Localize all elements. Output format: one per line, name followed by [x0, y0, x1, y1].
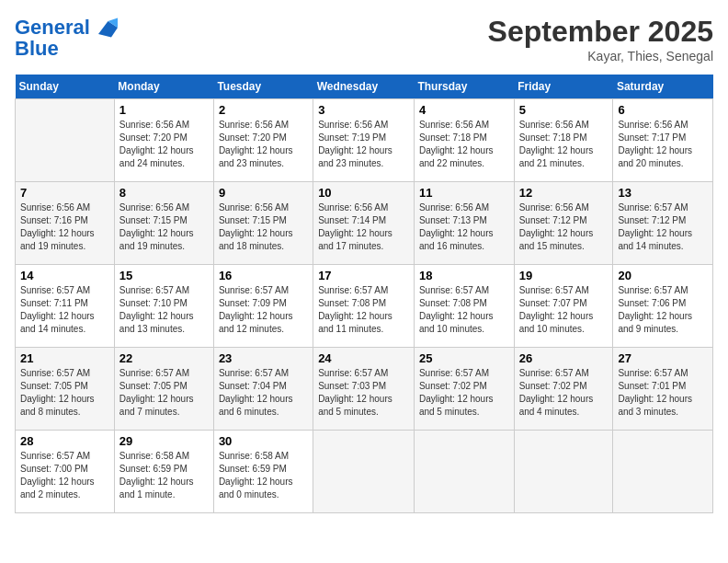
calendar-cell — [414, 431, 514, 513]
day-info: Sunrise: 6:56 AM Sunset: 7:12 PM Dayligh… — [519, 201, 609, 253]
location: Kayar, Thies, Senegal — [488, 49, 713, 63]
day-info: Sunrise: 6:57 AM Sunset: 7:12 PM Dayligh… — [618, 201, 708, 253]
day-number: 16 — [219, 269, 308, 282]
day-info: Sunrise: 6:58 AM Sunset: 6:59 PM Dayligh… — [219, 450, 308, 501]
day-number: 23 — [219, 351, 308, 365]
day-info: Sunrise: 6:56 AM Sunset: 7:15 PM Dayligh… — [119, 201, 209, 253]
logo: General Blue — [15, 15, 118, 61]
calendar-cell: 20Sunrise: 6:57 AM Sunset: 7:06 PM Dayli… — [613, 265, 713, 348]
day-info: Sunrise: 6:56 AM Sunset: 7:17 PM Dayligh… — [618, 119, 708, 170]
day-info: Sunrise: 6:57 AM Sunset: 7:06 PM Dayligh… — [618, 284, 708, 336]
day-number: 14 — [20, 269, 109, 282]
day-number: 5 — [519, 103, 609, 117]
day-header-friday: Friday — [514, 75, 613, 99]
logo-text: General — [15, 17, 90, 39]
calendar-cell — [313, 431, 415, 513]
day-number: 17 — [318, 269, 409, 282]
calendar-cell: 15Sunrise: 6:57 AM Sunset: 7:10 PM Dayli… — [114, 265, 213, 348]
day-header-sunday: Sunday — [16, 75, 115, 99]
calendar-cell: 30Sunrise: 6:58 AM Sunset: 6:59 PM Dayli… — [213, 431, 313, 513]
day-info: Sunrise: 6:57 AM Sunset: 7:11 PM Dayligh… — [20, 284, 109, 336]
calendar-cell: 3Sunrise: 6:56 AM Sunset: 7:19 PM Daylig… — [313, 99, 415, 182]
day-info: Sunrise: 6:56 AM Sunset: 7:18 PM Dayligh… — [419, 119, 509, 170]
calendar-cell: 19Sunrise: 6:57 AM Sunset: 7:07 PM Dayli… — [514, 265, 613, 348]
calendar-cell: 22Sunrise: 6:57 AM Sunset: 7:05 PM Dayli… — [114, 348, 213, 431]
day-number: 4 — [419, 103, 509, 117]
day-number: 1 — [119, 103, 209, 117]
day-number: 28 — [20, 434, 109, 448]
calendar-week-row: 1Sunrise: 6:56 AM Sunset: 7:20 PM Daylig… — [16, 99, 713, 182]
day-number: 15 — [119, 269, 209, 282]
calendar-cell: 2Sunrise: 6:56 AM Sunset: 7:20 PM Daylig… — [213, 99, 313, 182]
day-info: Sunrise: 6:56 AM Sunset: 7:16 PM Dayligh… — [20, 201, 109, 253]
day-number: 25 — [419, 351, 509, 365]
day-header-saturday: Saturday — [613, 75, 713, 99]
calendar-cell: 23Sunrise: 6:57 AM Sunset: 7:04 PM Dayli… — [213, 348, 313, 431]
day-info: Sunrise: 6:57 AM Sunset: 7:08 PM Dayligh… — [318, 284, 409, 336]
calendar-cell: 7Sunrise: 6:56 AM Sunset: 7:16 PM Daylig… — [16, 182, 115, 265]
calendar-week-row: 7Sunrise: 6:56 AM Sunset: 7:16 PM Daylig… — [16, 182, 713, 265]
calendar-cell — [613, 431, 713, 513]
day-number: 11 — [419, 186, 509, 200]
calendar-cell: 12Sunrise: 6:56 AM Sunset: 7:12 PM Dayli… — [514, 182, 613, 265]
logo-icon — [92, 15, 118, 40]
title-block: September 2025 Kayar, Thies, Senegal — [488, 15, 713, 63]
day-info: Sunrise: 6:57 AM Sunset: 7:01 PM Dayligh… — [618, 367, 708, 419]
day-info: Sunrise: 6:57 AM Sunset: 7:04 PM Dayligh… — [219, 367, 308, 419]
day-info: Sunrise: 6:56 AM Sunset: 7:18 PM Dayligh… — [519, 119, 609, 170]
calendar-cell: 28Sunrise: 6:57 AM Sunset: 7:00 PM Dayli… — [16, 431, 115, 513]
calendar-cell: 10Sunrise: 6:56 AM Sunset: 7:14 PM Dayli… — [313, 182, 415, 265]
day-info: Sunrise: 6:57 AM Sunset: 7:07 PM Dayligh… — [519, 284, 609, 336]
calendar-cell: 18Sunrise: 6:57 AM Sunset: 7:08 PM Dayli… — [414, 265, 514, 348]
day-info: Sunrise: 6:56 AM Sunset: 7:20 PM Dayligh… — [119, 119, 209, 170]
calendar-cell — [514, 431, 613, 513]
calendar-cell: 13Sunrise: 6:57 AM Sunset: 7:12 PM Dayli… — [613, 182, 713, 265]
calendar-cell: 24Sunrise: 6:57 AM Sunset: 7:03 PM Dayli… — [313, 348, 415, 431]
day-header-thursday: Thursday — [414, 75, 514, 99]
calendar-cell: 1Sunrise: 6:56 AM Sunset: 7:20 PM Daylig… — [114, 99, 213, 182]
day-info: Sunrise: 6:56 AM Sunset: 7:14 PM Dayligh… — [318, 201, 409, 253]
day-number: 30 — [219, 434, 308, 448]
calendar-cell: 9Sunrise: 6:56 AM Sunset: 7:15 PM Daylig… — [213, 182, 313, 265]
calendar-cell: 5Sunrise: 6:56 AM Sunset: 7:18 PM Daylig… — [514, 99, 613, 182]
day-info: Sunrise: 6:57 AM Sunset: 7:03 PM Dayligh… — [318, 367, 409, 419]
calendar-cell: 4Sunrise: 6:56 AM Sunset: 7:18 PM Daylig… — [414, 99, 514, 182]
day-number: 3 — [318, 103, 409, 117]
day-number: 24 — [318, 351, 409, 365]
calendar-cell: 17Sunrise: 6:57 AM Sunset: 7:08 PM Dayli… — [313, 265, 415, 348]
day-number: 6 — [618, 103, 708, 117]
day-info: Sunrise: 6:57 AM Sunset: 7:02 PM Dayligh… — [519, 367, 609, 419]
day-info: Sunrise: 6:57 AM Sunset: 7:10 PM Dayligh… — [119, 284, 209, 336]
day-info: Sunrise: 6:56 AM Sunset: 7:15 PM Dayligh… — [219, 201, 308, 253]
day-number: 26 — [519, 351, 609, 365]
calendar-cell: 16Sunrise: 6:57 AM Sunset: 7:09 PM Dayli… — [213, 265, 313, 348]
day-info: Sunrise: 6:56 AM Sunset: 7:13 PM Dayligh… — [419, 201, 509, 253]
day-header-tuesday: Tuesday — [213, 75, 313, 99]
calendar-cell: 27Sunrise: 6:57 AM Sunset: 7:01 PM Dayli… — [613, 348, 713, 431]
day-number: 9 — [219, 186, 308, 200]
day-number: 29 — [119, 434, 209, 448]
calendar-week-row: 14Sunrise: 6:57 AM Sunset: 7:11 PM Dayli… — [16, 265, 713, 348]
day-number: 8 — [119, 186, 209, 200]
day-number: 20 — [618, 269, 708, 282]
day-header-wednesday: Wednesday — [313, 75, 415, 99]
calendar-week-row: 21Sunrise: 6:57 AM Sunset: 7:05 PM Dayli… — [16, 348, 713, 431]
calendar-cell: 11Sunrise: 6:56 AM Sunset: 7:13 PM Dayli… — [414, 182, 514, 265]
calendar-body: 1Sunrise: 6:56 AM Sunset: 7:20 PM Daylig… — [16, 99, 713, 513]
day-info: Sunrise: 6:58 AM Sunset: 6:59 PM Dayligh… — [119, 450, 209, 501]
calendar-cell: 8Sunrise: 6:56 AM Sunset: 7:15 PM Daylig… — [114, 182, 213, 265]
day-number: 13 — [618, 186, 708, 200]
day-number: 10 — [318, 186, 409, 200]
day-info: Sunrise: 6:56 AM Sunset: 7:20 PM Dayligh… — [219, 119, 308, 170]
month-title: September 2025 — [488, 15, 713, 49]
day-number: 19 — [519, 269, 609, 282]
day-number: 21 — [20, 351, 109, 365]
day-info: Sunrise: 6:57 AM Sunset: 7:00 PM Dayligh… — [20, 450, 109, 501]
day-info: Sunrise: 6:57 AM Sunset: 7:09 PM Dayligh… — [219, 284, 308, 336]
day-info: Sunrise: 6:57 AM Sunset: 7:08 PM Dayligh… — [419, 284, 509, 336]
day-number: 7 — [20, 186, 109, 200]
page-header: General Blue September 2025 Kayar, Thies… — [15, 15, 713, 63]
day-number: 2 — [219, 103, 308, 117]
calendar-table: SundayMondayTuesdayWednesdayThursdayFrid… — [15, 75, 713, 513]
calendar-cell — [16, 99, 115, 182]
